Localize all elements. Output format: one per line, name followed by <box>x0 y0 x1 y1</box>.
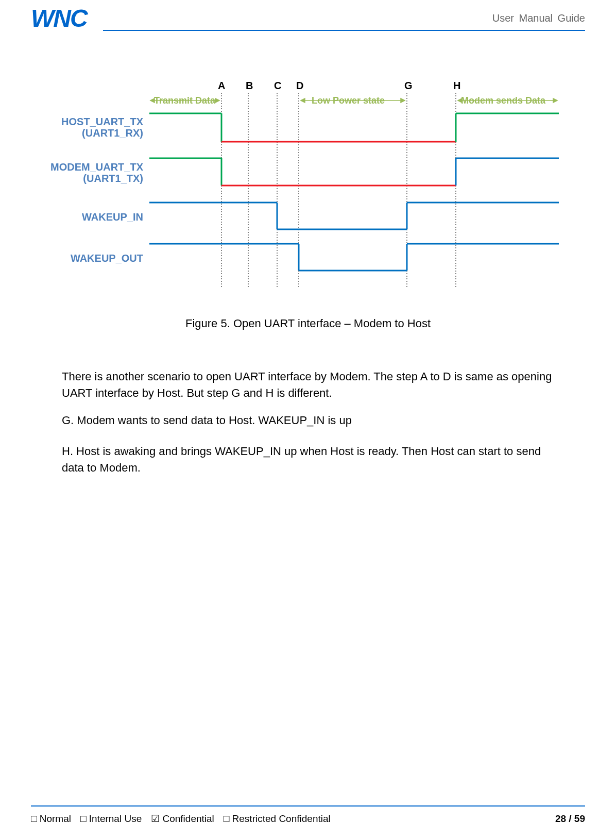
page-footer: □ Normal □ Internal Use ☑ Confidential □… <box>31 805 585 825</box>
logo: WNC <box>31 4 87 32</box>
header-rule <box>103 30 585 31</box>
classification-options: □ Normal □ Internal Use ☑ Confidential □… <box>31 813 331 825</box>
svg-marker-14 <box>553 98 557 103</box>
paragraph-3: H. Host is awaking and brings WAKEUP_IN … <box>62 443 554 476</box>
svg-marker-11 <box>401 98 405 103</box>
page-number: 28 / 59 <box>555 813 585 825</box>
svg-marker-13 <box>458 98 462 103</box>
svg-marker-8 <box>215 98 219 103</box>
footer-rule <box>31 805 585 807</box>
class-confidential: ☑ Confidential <box>151 813 214 825</box>
timing-diagram-svg <box>62 80 577 307</box>
class-internal: □ Internal Use <box>80 813 142 825</box>
timing-diagram: A B C D G H Transmit Data Low Power stat… <box>62 80 577 307</box>
paragraph-1: There is another scenario to open UART i… <box>62 368 554 401</box>
svg-marker-10 <box>301 98 305 103</box>
paragraph-2: G. Modem wants to send data to Host. WAK… <box>62 412 554 429</box>
doc-title: User Manual Guide <box>492 12 585 24</box>
figure-caption: Figure 5. Open UART interface – Modem to… <box>0 317 616 330</box>
class-restricted: □ Restricted Confidential <box>224 813 331 825</box>
class-normal: □ Normal <box>31 813 71 825</box>
svg-marker-7 <box>150 98 155 103</box>
